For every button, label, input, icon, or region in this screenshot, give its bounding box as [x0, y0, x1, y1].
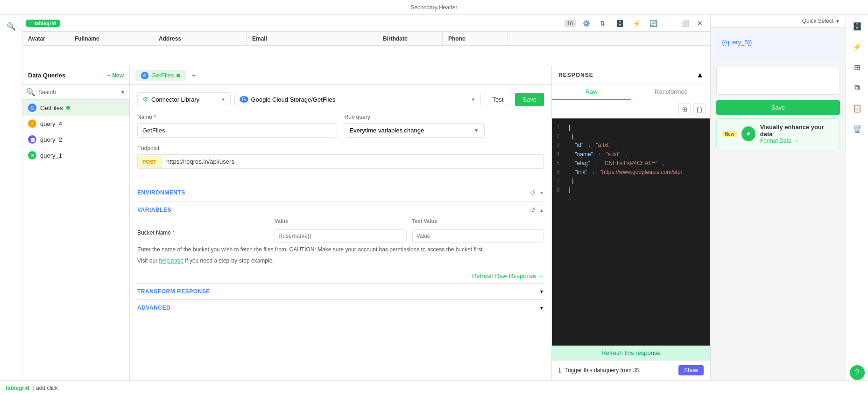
help-nav-icon[interactable]: ?: [850, 365, 865, 380]
format-data-link[interactable]: Format Data →: [760, 138, 834, 144]
tab-active-dot: [176, 74, 180, 77]
right-area: Quick Select ▼ {{query_5}} Save New ✦ Vi…: [710, 15, 846, 380]
test-btn[interactable]: Test: [485, 93, 512, 106]
advanced-label: ADVANCED: [137, 305, 170, 311]
query-item-getfiles[interactable]: G GetFiles: [22, 100, 129, 116]
var-chevron-icon[interactable]: ▲: [539, 208, 544, 213]
secondary-header: Secondary Header: [0, 0, 868, 15]
help-link[interactable]: help page: [159, 257, 183, 264]
json-view-icon[interactable]: { }: [693, 103, 706, 115]
info-icon: ℹ: [558, 367, 561, 374]
bottom-bar: tablegrid | add click: [0, 380, 868, 395]
query-search-input[interactable]: [38, 89, 117, 96]
endpoint-label: Endpoint: [137, 145, 544, 152]
filter-icon[interactable]: ⚙️: [579, 17, 593, 30]
connector-library-select[interactable]: ⚙ Connector Library ▼: [137, 92, 231, 106]
quick-select-label: Quick Select: [802, 18, 833, 24]
bottom-add-click: | add click: [33, 385, 58, 391]
name-input[interactable]: [137, 123, 337, 138]
database-nav-icon[interactable]: 🗄️: [850, 19, 865, 34]
refresh-raw-btn[interactable]: Refresh Raw Response →: [472, 272, 544, 279]
new-query-btn[interactable]: + New: [107, 72, 124, 79]
far-right-bar: 🗄️ ⚡ ⊞ ⧉ 📋 🗑️ ?: [846, 15, 868, 380]
query-item-query2[interactable]: ▦ query_2: [22, 132, 129, 147]
lightning-nav-icon[interactable]: ⚡: [850, 39, 865, 54]
bottom-tablegrid-label: tablegrid: [6, 385, 29, 391]
tab-transformed[interactable]: Transformed: [631, 84, 711, 100]
right-textarea[interactable]: [716, 67, 840, 95]
refresh-response-btn[interactable]: Refresh this response: [552, 346, 710, 360]
var-refresh-icon[interactable]: ↺: [530, 206, 536, 214]
show-js-btn[interactable]: Show: [678, 365, 704, 375]
query-item-query4[interactable]: ⚡ query_4: [22, 116, 129, 132]
database-icon[interactable]: 🗄️: [613, 17, 626, 30]
header-title: Secondary Header: [410, 4, 457, 11]
resource-arrow-icon: ▼: [471, 97, 476, 102]
sort-icon[interactable]: ⇅: [596, 17, 609, 30]
environments-section[interactable]: ENVIRONMENTS ↺ ▼: [137, 184, 544, 201]
paste-nav-icon[interactable]: 📋: [850, 101, 865, 116]
json-line-6: 6 "link": "https://www.googleapis.com/st…: [557, 168, 706, 177]
col-phone: Phone: [443, 32, 508, 45]
tablegrid-badge: ↑ tablegrid: [26, 20, 60, 27]
col-email: Email: [247, 32, 377, 45]
col-address: Address: [153, 32, 247, 45]
save-query-btn[interactable]: Save: [515, 93, 544, 106]
bottom-split: Data Queries + New 🔍 ▼ G GetFiles ⚡: [22, 66, 710, 380]
query-editor: G GetFiles + ⚙ Connector Library ▼: [130, 66, 551, 380]
table-view-icon[interactable]: ⊞: [678, 103, 691, 115]
variables-section[interactable]: VARIABLES ↺ ▲: [137, 201, 544, 218]
query-list: G GetFiles ⚡ query_4 ▦ query_2 ⊙ quer: [22, 100, 129, 380]
run-query-value: Everytime variables change: [350, 127, 424, 134]
lightning-icon[interactable]: ⚡: [630, 17, 643, 30]
getfiles-dot: [66, 106, 70, 110]
filter-queries-icon[interactable]: ▼: [120, 89, 126, 96]
transform-section[interactable]: TRANSFORM RESPONSE ▼: [137, 283, 544, 299]
refresh-icon[interactable]: 🔄: [647, 17, 660, 30]
response-collapse-icon[interactable]: ▲: [696, 71, 704, 79]
quick-select-chevron: ▼: [835, 19, 840, 24]
bucket-name-input[interactable]: [275, 229, 406, 243]
transform-chevron[interactable]: ▼: [539, 289, 544, 294]
env-chevron-icon[interactable]: ▼: [539, 190, 544, 195]
minimize-btn[interactable]: —: [663, 17, 677, 30]
name-runquery-row: Name * Run query Everytime variables cha…: [137, 114, 544, 138]
run-query-group: Run query Everytime variables change ▼: [345, 114, 544, 138]
right-save-btn[interactable]: Save: [716, 100, 840, 115]
getfiles-tab[interactable]: G GetFiles: [135, 70, 186, 81]
delete-nav-icon[interactable]: 🗑️: [850, 121, 865, 136]
query-form: ⚙ Connector Library ▼ G Google Cloud Sto…: [130, 85, 551, 380]
advanced-section[interactable]: ADVANCED ▼: [137, 299, 544, 316]
test-value-col-header: Test Value: [412, 218, 544, 224]
maximize-btn[interactable]: ⬜: [678, 17, 692, 30]
json-line-2: 2 {: [557, 132, 706, 141]
transform-label: TRANSFORM RESPONSE: [137, 288, 210, 295]
endpoint-row: POST https://reqres.in/api/users: [137, 154, 544, 169]
env-refresh-icon[interactable]: ↺: [530, 189, 536, 196]
add-tab-btn[interactable]: +: [190, 71, 198, 80]
var-icons: ↺ ▲: [530, 206, 544, 214]
response-toolbar: ⊞ { }: [552, 100, 710, 118]
tablegrid-label: tablegrid: [35, 21, 56, 26]
json-line-1: 1 [: [557, 123, 706, 132]
quick-select-btn[interactable]: Quick Select ▼: [802, 18, 840, 24]
copy-nav-icon[interactable]: ⧉: [850, 80, 865, 95]
query-tabs: G GetFiles +: [130, 66, 551, 85]
query2-icon: ▦: [28, 135, 36, 144]
add-nav-icon[interactable]: ⊞: [850, 60, 865, 75]
trigger-js-row: ℹ Trigger this dataquery from JS Show: [552, 360, 710, 380]
bucket-test-value-input[interactable]: [412, 229, 544, 243]
search-icon[interactable]: 🔍: [4, 19, 19, 34]
run-query-select[interactable]: Everytime variables change ▼: [345, 123, 485, 138]
getfiles-label: GetFiles: [40, 104, 63, 111]
advanced-chevron[interactable]: ▼: [539, 305, 544, 311]
bucket-description: Enter the name of the bucket you wish to…: [137, 245, 544, 254]
query-item-query1[interactable]: ⊙ query_1: [22, 147, 129, 163]
close-btn[interactable]: ✕: [693, 17, 706, 30]
resource-select[interactable]: G Google Cloud Storage/GetFiles ▼: [234, 93, 481, 106]
center-area: ↑ tablegrid 18 ⚙️ ⇅ 🗄️ ⚡ 🔄 — ⬜ ✕: [22, 15, 710, 380]
variables-label: VARIABLES: [137, 207, 171, 213]
col-fullname: Fullname: [69, 32, 153, 45]
row-count-badge: 18: [565, 20, 576, 27]
tab-raw[interactable]: Raw: [552, 84, 631, 100]
